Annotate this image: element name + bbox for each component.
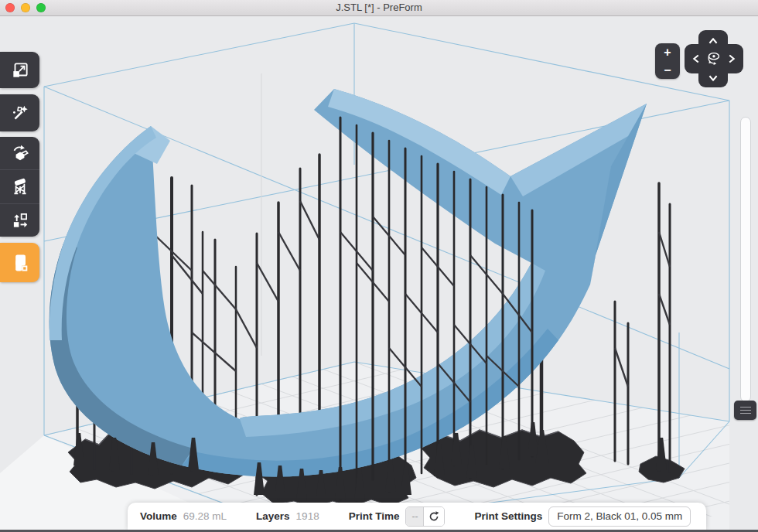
zoom-out-button[interactable]: − [655, 61, 680, 79]
layer-slider-handle[interactable] [734, 401, 756, 420]
toolbar-button-one-click-print[interactable] [0, 94, 39, 131]
window-title: J.STL [*] - PreForm [0, 0, 758, 15]
layers-value: 1918 [296, 510, 319, 522]
orbit-eye-icon [702, 48, 724, 70]
volume-label: Volume [140, 510, 177, 522]
print-cartridge-icon [9, 252, 31, 274]
layer-slider-track[interactable] [740, 117, 751, 402]
refresh-print-time-button[interactable] [423, 507, 444, 526]
toolbar-button-scale[interactable] [0, 52, 39, 88]
print-time-value: -- [406, 507, 423, 526]
layers-label: Layers [256, 510, 290, 522]
print-time-control: -- [405, 506, 445, 527]
volume-value: 69.28 mL [183, 510, 227, 522]
viewport-3d[interactable]: + − [0, 16, 758, 532]
magic-wand-icon [10, 103, 30, 123]
toolbar-button-layout[interactable] [0, 203, 39, 237]
supports-icon [10, 176, 30, 196]
titlebar: J.STL [*] - PreForm [0, 0, 758, 16]
reset-view-button[interactable] [702, 47, 725, 70]
orientation-icon [10, 143, 30, 163]
rotate-down-button[interactable] [703, 69, 723, 87]
toolbar-button-print[interactable] [0, 243, 39, 282]
toolbar-button-supports[interactable] [0, 169, 39, 203]
print-settings-label: Print Settings [474, 510, 542, 522]
zoom-in-button[interactable]: + [655, 43, 680, 61]
chevron-right-icon [723, 50, 740, 67]
zoom-controls: + − [655, 43, 680, 79]
model-canvas[interactable] [0, 16, 758, 532]
scale-icon [10, 60, 30, 80]
print-settings-selector[interactable]: Form 2, Black 01, 0.05 mm [548, 506, 691, 527]
refresh-icon [428, 510, 440, 523]
status-bar: Volume 69.28 mL Layers 1918 Print Time -… [128, 503, 706, 530]
toolbar-button-orientation[interactable] [0, 137, 39, 169]
print-time-label: Print Time [349, 510, 400, 522]
layout-icon [10, 210, 30, 230]
chevron-down-icon [705, 70, 722, 87]
preform-window: J.STL [*] - PreForm [0, 0, 758, 532]
